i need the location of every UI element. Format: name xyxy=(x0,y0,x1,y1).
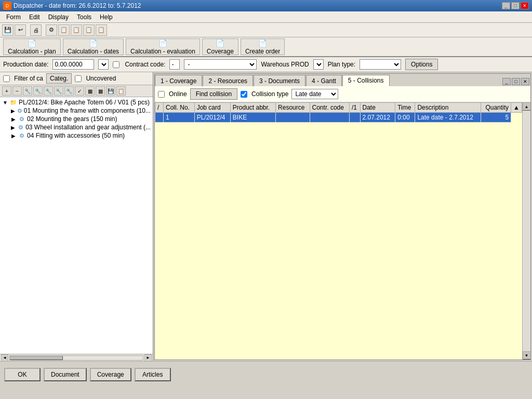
ok-button[interactable]: OK xyxy=(4,368,41,381)
col-header-coll-no[interactable]: Coll. No. xyxy=(164,103,195,113)
tree-area[interactable]: ▼ 📁 PL/2012/4: Bike Apache Totem 06 / V0… xyxy=(0,97,153,354)
col-header-time[interactable]: Time xyxy=(395,103,415,113)
tab-documents[interactable]: 3 - Documents xyxy=(254,75,305,86)
scroll-down-btn[interactable]: ▼ xyxy=(523,351,531,360)
contract-code-value[interactable] xyxy=(169,59,180,70)
tab-collisions[interactable]: 5 - Collisions xyxy=(342,75,390,86)
calc-evaluation-button[interactable]: 📄 Calculation - evaluation xyxy=(126,38,200,55)
minimize-button[interactable]: _ xyxy=(502,2,510,9)
col-header-description[interactable]: Description xyxy=(415,103,481,113)
tool2-btn[interactable]: 🔧 xyxy=(33,86,43,96)
save-button[interactable]: 💾 xyxy=(2,24,14,36)
tool9-btn[interactable]: 💾 xyxy=(106,86,115,96)
tab-minimize-btn[interactable]: _ xyxy=(502,78,511,85)
document-button[interactable]: Document xyxy=(44,368,87,381)
paste-button[interactable]: 📋 xyxy=(71,24,82,36)
remove-btn[interactable]: − xyxy=(12,86,22,96)
col-header-sort2[interactable]: ▲ xyxy=(511,103,522,113)
scroll-left-btn[interactable]: ◄ xyxy=(1,354,8,362)
online-checkbox[interactable] xyxy=(158,91,165,98)
scroll-track[interactable] xyxy=(9,355,143,361)
tab-resources[interactable]: 2 - Resources xyxy=(203,75,253,86)
tool5-btn[interactable]: 🔧 xyxy=(64,86,74,96)
categ-button[interactable]: Categ. xyxy=(46,73,72,84)
col-header-product-abbr[interactable]: Product abbr. xyxy=(230,103,275,113)
list-item[interactable]: ▶ ⚙ 04 Fitting with accessories (50 min) xyxy=(9,131,152,140)
tool10-btn[interactable]: 📋 xyxy=(116,86,126,96)
item-icon-3: ⚙ xyxy=(17,124,24,131)
menu-display[interactable]: Display xyxy=(44,12,73,22)
tool-button1[interactable]: 📋 xyxy=(83,24,95,36)
list-item[interactable]: ▶ ⚙ 03 Wheel installation and gear adjus… xyxy=(9,123,152,131)
table-container[interactable]: / Coll. No. Job card Product abbr. Resou… xyxy=(155,102,522,360)
menu-help[interactable]: Help xyxy=(96,12,117,22)
uncovered-checkbox[interactable] xyxy=(75,75,82,82)
calc-dates-button[interactable]: 📄 Calculation - dates xyxy=(63,38,124,55)
col-header-sort[interactable]: / xyxy=(155,103,164,113)
scroll-thumb[interactable] xyxy=(10,356,63,360)
tool1-btn[interactable]: 🔧 xyxy=(23,86,32,96)
maximize-button[interactable]: □ xyxy=(511,2,520,9)
col-header-quantity[interactable]: Quantity xyxy=(481,103,511,113)
warehouse-select[interactable]: ▼ xyxy=(313,59,324,70)
tool8-btn[interactable]: ▦ xyxy=(96,86,105,96)
tool6-btn[interactable]: ✓ xyxy=(75,86,84,96)
calc-plan-button[interactable]: 📄 Calculation - plan xyxy=(3,38,61,55)
tool4-btn[interactable]: 🔧 xyxy=(54,86,63,96)
bottom-bar: OK Document Coverage Articles xyxy=(0,361,532,387)
tree-root-item[interactable]: ▼ 📁 PL/2012/4: Bike Apache Totem 06 / V0… xyxy=(1,98,152,107)
table-row[interactable]: 1 PL/2012/4 BIKE 2.07.2012 0:00 Late dat… xyxy=(155,113,522,123)
menu-form[interactable]: Form xyxy=(2,12,25,22)
print-button[interactable]: 🖨 xyxy=(30,24,42,36)
collision-type-checkbox[interactable] xyxy=(241,91,247,98)
find-collision-button[interactable]: Find collision xyxy=(190,88,237,100)
tool7-btn[interactable]: ▦ xyxy=(85,86,95,96)
coverage-button[interactable]: 📄 Coverage xyxy=(202,38,238,55)
scroll-up-btn[interactable]: ▲ xyxy=(523,102,531,111)
filter-checkbox[interactable] xyxy=(3,75,10,82)
list-item[interactable]: ▶ ⚙ 02 Mounting the gears (150 min) xyxy=(9,115,152,123)
contract-code-select[interactable]: - xyxy=(184,59,257,70)
window-controls[interactable]: _ □ ✕ xyxy=(502,2,529,9)
right-scrollbar[interactable]: ▲ ▼ xyxy=(522,102,530,360)
col-header-contr-code[interactable]: Contr. code xyxy=(310,103,349,113)
tab-coverage[interactable]: 1 - Coverage xyxy=(155,75,202,86)
menu-tools[interactable]: Tools xyxy=(73,12,96,22)
collision-type-select[interactable]: Late date xyxy=(291,89,338,99)
tree-item-3-label: 03 Wheel installation and gear adjustmen… xyxy=(25,124,151,131)
tab-gantt[interactable]: 4 - Gantt xyxy=(306,75,342,86)
tab-close-btn[interactable]: ✕ xyxy=(521,78,529,85)
left-scrollbar[interactable]: ◄ ► xyxy=(0,354,153,361)
tree-toggle-4[interactable]: ▶ xyxy=(10,133,17,139)
scroll-right-btn[interactable]: ► xyxy=(144,354,152,362)
close-button[interactable]: ✕ xyxy=(521,2,529,9)
tree-toggle-root[interactable]: ▼ xyxy=(2,100,8,105)
col-header-slash1[interactable]: /1 xyxy=(349,103,360,113)
articles-button[interactable]: Articles xyxy=(135,368,171,381)
tree-toggle-2[interactable]: ▶ xyxy=(10,116,17,122)
contract-code-checkbox[interactable] xyxy=(113,61,119,68)
tool-button2[interactable]: 📋 xyxy=(96,24,107,36)
tab-restore-btn[interactable]: □ xyxy=(512,78,520,85)
col-header-date[interactable]: Date xyxy=(360,103,395,113)
copy-button[interactable]: 📋 xyxy=(58,24,70,36)
col-header-resource[interactable]: Resource xyxy=(276,103,310,113)
cell-quantity: 5 xyxy=(481,113,511,123)
tree-toggle-1[interactable]: ▶ xyxy=(10,108,15,114)
calc-eval-icon: 📄 xyxy=(158,39,167,47)
tree-item-1-label: 01 Mounting the frame with components (1… xyxy=(24,107,151,114)
coverage-bottom-button[interactable]: Coverage xyxy=(90,368,131,381)
create-order-button[interactable]: 📄 Create order xyxy=(241,38,285,55)
col-header-job-card[interactable]: Job card xyxy=(194,103,230,113)
menu-edit[interactable]: Edit xyxy=(25,12,44,22)
plan-type-select[interactable] xyxy=(360,59,401,70)
settings-button[interactable]: ⚙ xyxy=(46,24,57,36)
add-btn[interactable]: + xyxy=(2,86,11,96)
list-item[interactable]: ▶ ⚙ 01 Mounting the frame with component… xyxy=(9,107,152,115)
production-date-select[interactable]: ▼ xyxy=(98,59,109,70)
options-button[interactable]: Options xyxy=(405,59,438,70)
production-date-input[interactable] xyxy=(52,59,94,70)
undo-button[interactable]: ↩ xyxy=(15,24,26,36)
tool3-btn[interactable]: 🔧 xyxy=(44,86,53,96)
tree-toggle-3[interactable]: ▶ xyxy=(10,125,16,130)
